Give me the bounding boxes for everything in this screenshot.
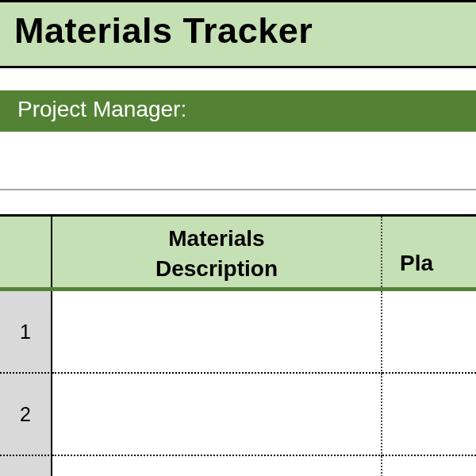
col2-cell[interactable] — [382, 456, 476, 476]
project-manager-label: Project Manager: — [0, 90, 476, 132]
materials-table: Materials Description Pla 1 2 3 — [0, 214, 476, 476]
description-cell[interactable] — [52, 374, 382, 456]
table-row: 3 — [0, 456, 476, 476]
table-row: 2 — [0, 374, 476, 456]
description-cell[interactable] — [52, 456, 382, 476]
row-number: 2 — [0, 374, 52, 456]
spacer — [0, 68, 476, 90]
header-description: Materials Description — [52, 217, 382, 287]
header-rownum — [0, 217, 52, 287]
table-row: 1 — [0, 291, 476, 374]
description-cell[interactable] — [52, 291, 382, 374]
materials-tracker-sheet: Materials Tracker Project Manager: Mater… — [0, 0, 476, 476]
page-title: Materials Tracker — [14, 10, 476, 52]
table-header-row: Materials Description Pla — [0, 217, 476, 291]
col2-cell[interactable] — [382, 374, 476, 456]
spacer — [0, 190, 476, 214]
project-manager-input[interactable] — [0, 132, 476, 190]
title-band: Materials Tracker — [0, 0, 476, 68]
row-number: 1 — [0, 291, 52, 374]
header-column2: Pla — [382, 217, 476, 287]
row-number: 3 — [0, 456, 52, 476]
col2-cell[interactable] — [382, 291, 476, 374]
